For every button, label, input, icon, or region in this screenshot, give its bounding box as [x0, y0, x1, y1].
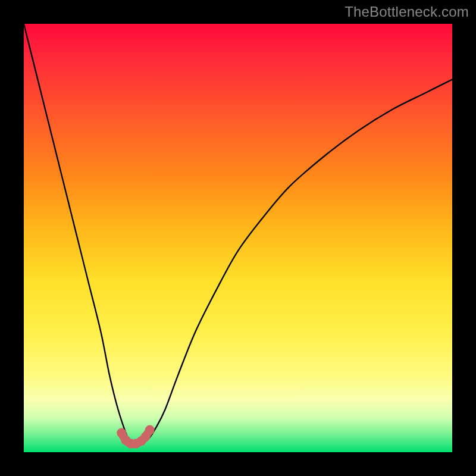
plot-area [24, 24, 452, 452]
chart-frame: TheBottleneck.com [0, 0, 476, 476]
bottleneck-curve [24, 24, 452, 444]
optimal-zone-dot [145, 425, 155, 435]
optimal-zone-markers [117, 425, 155, 449]
curve-layer [24, 24, 452, 452]
watermark-text: TheBottleneck.com [345, 4, 469, 20]
